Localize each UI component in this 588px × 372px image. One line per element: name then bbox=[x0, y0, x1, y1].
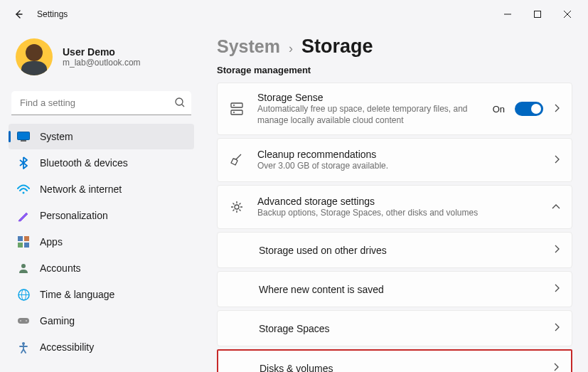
main-content: System › Storage Storage management Stor… bbox=[203, 28, 588, 372]
search-wrap bbox=[11, 91, 191, 115]
chevron-right-icon bbox=[553, 104, 560, 115]
sidebar-item-network[interactable]: Network & internet bbox=[9, 176, 194, 202]
breadcrumb-current: Storage bbox=[301, 36, 373, 58]
chevron-right-icon bbox=[553, 323, 560, 334]
svg-point-22 bbox=[233, 105, 235, 106]
accounts-icon bbox=[17, 262, 30, 275]
user-email: m_lab@outlook.com bbox=[63, 58, 141, 68]
card-subtitle: Over 3.00 GB of storage available. bbox=[257, 161, 553, 172]
chevron-right-icon bbox=[553, 284, 560, 294]
minimize-button[interactable] bbox=[493, 3, 523, 26]
user-name: User Demo bbox=[63, 46, 141, 58]
nav-label: Gaming bbox=[40, 315, 75, 326]
svg-rect-10 bbox=[18, 243, 23, 248]
svg-rect-6 bbox=[21, 140, 26, 142]
advanced-children: Storage used on other drives Where new c… bbox=[217, 232, 572, 372]
svg-point-12 bbox=[21, 264, 26, 268]
nav-label: Network & internet bbox=[40, 184, 122, 195]
storage-other-drives-card: Storage used on other drives bbox=[217, 232, 572, 268]
card-title: Advanced storage settings bbox=[257, 196, 552, 207]
svg-point-23 bbox=[233, 112, 235, 113]
chevron-right-icon bbox=[553, 245, 560, 255]
app-title: Settings bbox=[37, 9, 68, 19]
storage-sense-toggle[interactable] bbox=[515, 102, 543, 116]
advanced-storage-card: Advanced storage settings Backup options… bbox=[217, 185, 572, 229]
chevron-right-icon bbox=[553, 155, 560, 166]
chevron-right-icon: › bbox=[289, 41, 293, 56]
nav-list: System Bluetooth & devices Network & int… bbox=[9, 124, 194, 360]
window-controls bbox=[493, 3, 582, 26]
disks-volumes-row[interactable]: Disks & volumes bbox=[218, 351, 571, 372]
sidebar-item-apps[interactable]: Apps bbox=[9, 229, 194, 255]
nav-label: Apps bbox=[40, 236, 63, 248]
svg-point-24 bbox=[235, 205, 239, 209]
svg-rect-9 bbox=[24, 236, 29, 241]
sidebar-item-time-language[interactable]: Time & language bbox=[9, 282, 194, 307]
sidebar: User Demo m_lab@outlook.com System Bluet… bbox=[0, 28, 203, 372]
breadcrumb: System › Storage bbox=[217, 36, 572, 58]
sidebar-item-bluetooth[interactable]: Bluetooth & devices bbox=[9, 150, 194, 176]
nav-label: Bluetooth & devices bbox=[40, 157, 128, 169]
card-title: Where new content is saved bbox=[259, 284, 553, 295]
card-title: Storage used on other drives bbox=[259, 245, 553, 256]
svg-rect-5 bbox=[18, 132, 30, 140]
sidebar-item-personalization[interactable]: Personalization bbox=[9, 203, 194, 228]
card-title: Cleanup recommendations bbox=[257, 149, 553, 160]
close-icon bbox=[564, 11, 571, 18]
broom-icon bbox=[229, 153, 245, 167]
where-new-content-row[interactable]: Where new content is saved bbox=[218, 272, 572, 307]
nav-label: System bbox=[40, 131, 73, 142]
svg-point-18 bbox=[26, 320, 27, 321]
sidebar-item-accounts[interactable]: Accounts bbox=[9, 255, 194, 281]
minimize-icon bbox=[504, 11, 511, 18]
network-icon bbox=[17, 183, 30, 196]
accessibility-icon bbox=[17, 341, 30, 354]
nav-label: Personalization bbox=[40, 210, 108, 221]
sidebar-item-gaming[interactable]: Gaming bbox=[9, 308, 194, 334]
where-new-content-card: Where new content is saved bbox=[217, 271, 572, 307]
chevron-up-icon bbox=[552, 202, 560, 213]
maximize-button[interactable] bbox=[523, 3, 552, 26]
system-icon bbox=[17, 130, 30, 143]
card-title: Disks & volumes bbox=[260, 363, 552, 372]
arrow-left-icon bbox=[13, 9, 24, 20]
avatar bbox=[16, 38, 53, 75]
card-title: Storage Sense bbox=[257, 92, 493, 103]
gaming-icon bbox=[17, 314, 30, 327]
titlebar: Settings bbox=[0, 0, 588, 28]
close-button[interactable] bbox=[552, 3, 582, 26]
back-button[interactable] bbox=[6, 1, 31, 27]
personalization-icon bbox=[17, 209, 30, 222]
gear-icon bbox=[229, 200, 245, 214]
svg-line-4 bbox=[182, 105, 184, 107]
sidebar-item-accessibility[interactable]: Accessibility bbox=[9, 334, 194, 360]
storage-sense-row[interactable]: Storage Sense Automatically free up spac… bbox=[218, 83, 572, 134]
card-subtitle: Automatically free up space, delete temp… bbox=[257, 104, 493, 126]
cleanup-card: Cleanup recommendations Over 3.00 GB of … bbox=[217, 138, 572, 182]
search-input[interactable] bbox=[11, 91, 191, 115]
svg-rect-8 bbox=[18, 236, 23, 241]
svg-rect-2 bbox=[535, 11, 541, 18]
sidebar-item-system[interactable]: System bbox=[9, 124, 194, 149]
breadcrumb-parent[interactable]: System bbox=[217, 36, 280, 57]
user-block[interactable]: User Demo m_lab@outlook.com bbox=[9, 28, 194, 88]
advanced-storage-row[interactable]: Advanced storage settings Backup options… bbox=[218, 186, 572, 228]
svg-rect-20 bbox=[231, 103, 242, 107]
storage-sense-card: Storage Sense Automatically free up spac… bbox=[217, 83, 572, 135]
svg-point-3 bbox=[176, 98, 183, 105]
nav-label: Accessibility bbox=[40, 341, 94, 353]
svg-rect-11 bbox=[24, 243, 29, 248]
toggle-label: On bbox=[493, 104, 505, 115]
storage-sense-icon bbox=[229, 102, 245, 116]
bluetooth-icon bbox=[17, 156, 30, 169]
svg-point-7 bbox=[23, 192, 25, 194]
svg-point-17 bbox=[20, 320, 21, 321]
nav-label: Time & language bbox=[40, 289, 114, 300]
storage-spaces-card: Storage Spaces bbox=[217, 310, 572, 346]
card-subtitle: Backup options, Storage Spaces, other di… bbox=[257, 208, 552, 219]
chevron-right-icon bbox=[552, 363, 560, 372]
cleanup-row[interactable]: Cleanup recommendations Over 3.00 GB of … bbox=[218, 139, 572, 181]
storage-spaces-row[interactable]: Storage Spaces bbox=[218, 311, 572, 346]
storage-other-drives-row[interactable]: Storage used on other drives bbox=[218, 233, 572, 267]
card-title: Storage Spaces bbox=[259, 323, 553, 334]
